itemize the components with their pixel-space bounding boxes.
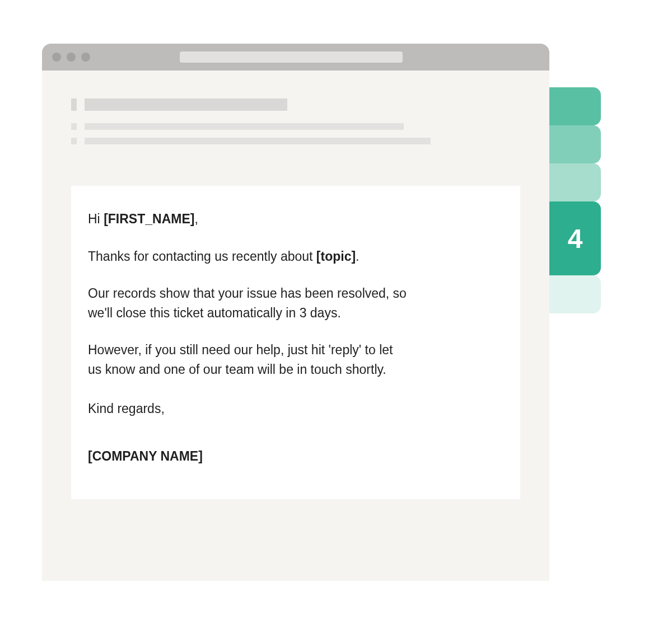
- thanks-suffix: .: [356, 249, 359, 264]
- placeholder-line-bar: [85, 123, 404, 130]
- browser-window: Hi [FIRST_NAME], Thanks for contacting u…: [42, 44, 549, 581]
- side-tabs: 4: [549, 87, 601, 313]
- window-controls: [52, 53, 90, 62]
- window-dot-icon[interactable]: [52, 53, 61, 62]
- thanks-line: Thanks for contacting us recently about …: [88, 247, 407, 266]
- resolved-line: Our records show that your issue has bee…: [88, 284, 407, 322]
- however-line: However, if you still need our help, jus…: [88, 340, 407, 379]
- address-bar[interactable]: [180, 51, 403, 63]
- email-template-card: Hi [FIRST_NAME], Thanks for contacting u…: [71, 186, 520, 499]
- company-line: [COMPANY NAME]: [88, 447, 407, 466]
- side-tab-5[interactable]: [549, 275, 601, 313]
- side-tab-3[interactable]: [549, 163, 601, 201]
- side-tab-4-active[interactable]: 4: [549, 201, 601, 275]
- window-dot-icon[interactable]: [81, 53, 90, 62]
- thanks-prefix: Thanks for contacting us recently about: [88, 249, 316, 264]
- greeting-prefix: Hi: [88, 212, 104, 226]
- placeholder-bullet-icon: [71, 98, 77, 111]
- first-name-token: [FIRST_NAME]: [104, 212, 194, 226]
- placeholder-bullet-icon: [71, 123, 77, 130]
- company-name-token: [COMPANY NAME]: [88, 449, 203, 463]
- greeting-suffix: ,: [194, 212, 198, 226]
- greeting-line: Hi [FIRST_NAME],: [88, 209, 407, 229]
- placeholder-bullet-icon: [71, 138, 77, 144]
- side-tab-active-label: 4: [568, 223, 583, 254]
- browser-titlebar: [42, 44, 549, 71]
- side-tab-1[interactable]: [549, 87, 601, 125]
- placeholder-line-bar: [85, 138, 431, 144]
- side-tab-2[interactable]: [549, 125, 601, 163]
- window-dot-icon[interactable]: [67, 53, 76, 62]
- topic-token: [topic]: [316, 249, 356, 264]
- signoff-line: Kind regards,: [88, 399, 407, 419]
- email-body: Hi [FIRST_NAME], Thanks for contacting u…: [88, 209, 407, 466]
- placeholder-title-bar: [85, 98, 287, 111]
- header-placeholder: [42, 71, 549, 169]
